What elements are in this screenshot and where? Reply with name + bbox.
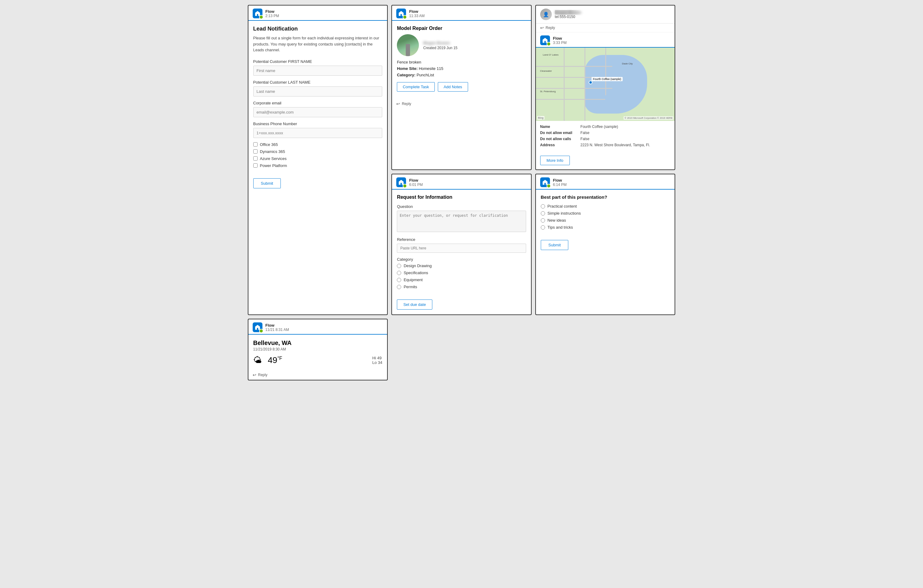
- lead-title: Lead Notification: [253, 26, 383, 32]
- radio-practical-input[interactable]: [541, 204, 545, 208]
- phone-label: Business Phone Number: [253, 121, 383, 126]
- phone-input[interactable]: [253, 128, 383, 138]
- survey-card: Flow 6:14 PM Best part of this presentat…: [535, 174, 675, 315]
- radio-specifications-input[interactable]: [397, 271, 401, 275]
- radio-equipment-input[interactable]: [397, 278, 401, 282]
- info-key-calls: Do not allow calls: [540, 137, 577, 141]
- lead-notification-card: Flow 2:13 PM Lead Notification Please fi…: [248, 5, 388, 315]
- checkbox-azure-input[interactable]: [253, 156, 258, 161]
- weather-time: 11/21 8:31 AM: [266, 328, 289, 332]
- repair-homesite: Home Site: Homesite 115: [397, 66, 526, 71]
- lead-sender: Flow: [266, 9, 279, 14]
- contact-phone: tel:555-0150: [555, 15, 581, 19]
- map-city-label-3: St. Petersburg: [540, 90, 555, 93]
- weather-header-meta: Flow 11/21 8:31 AM: [266, 323, 289, 332]
- rfi-question-label: Question: [397, 204, 526, 209]
- checkbox-office365-input[interactable]: [253, 142, 258, 147]
- weather-card-header: Flow 11/21 8:31 AM: [248, 319, 388, 334]
- repair-order-card: Flow 11:33 AM Model Repair Order Megan B…: [391, 5, 532, 170]
- info-row-email: Do not allow email False: [540, 131, 671, 135]
- map-road-v3: [605, 47, 606, 95]
- set-due-date-button[interactable]: Set due date: [397, 300, 432, 310]
- first-name-input[interactable]: [253, 66, 383, 76]
- more-info-button[interactable]: More Info: [540, 156, 570, 165]
- info-key-address: Address: [540, 143, 577, 147]
- bing-watermark: Bing: [537, 116, 544, 120]
- radio-specifications-label: Specifications: [404, 270, 428, 275]
- complete-task-button[interactable]: Complete Task: [397, 82, 435, 92]
- contact-flow-header: Flow 3:33 PM: [536, 32, 675, 47]
- lead-header-meta: Flow 2:13 PM: [266, 9, 279, 18]
- add-notes-button[interactable]: Add Notes: [438, 82, 468, 92]
- email-group: Corporate email: [253, 101, 383, 117]
- first-name-label: Potential Customer FIRST NAME: [253, 59, 383, 64]
- contact-sender: Flow: [553, 36, 567, 41]
- radio-simple: Simple instructions: [541, 211, 670, 216]
- map-copyright: © 2019 Microsoft Corporation © 2019 HERE: [624, 116, 673, 120]
- info-key-name: Name: [540, 124, 577, 129]
- contact-info-table: Name Fourth Coffee (sample) Do not allow…: [536, 121, 675, 152]
- checkbox-azure-label: Azure Services: [260, 156, 287, 161]
- repair-card-header: Flow 11:33 AM: [392, 5, 531, 21]
- radio-design-drawing-input[interactable]: [397, 264, 401, 268]
- checkbox-dynamics365-input[interactable]: [253, 149, 258, 154]
- repair-user-row: Megan Bowen Created 2019 Jun 15: [397, 34, 526, 56]
- contact-time: 3:33 PM: [553, 41, 567, 45]
- weather-date: 11/21/2019 8:30 AM: [253, 347, 383, 351]
- sun-icon: 🌤: [253, 355, 262, 365]
- info-val-email: False: [580, 131, 590, 135]
- weather-location: Bellevue, WA: [253, 339, 383, 347]
- map-city-label-2: Clearwater: [540, 70, 552, 72]
- info-key-email: Do not allow email: [540, 131, 577, 135]
- map-road-h1: [536, 66, 612, 67]
- repair-reply-row[interactable]: ↩ Reply: [392, 99, 531, 109]
- checkbox-dynamics365: Dynamics 365: [253, 149, 383, 154]
- last-name-group: Potential Customer LAST NAME: [253, 80, 383, 97]
- phone-group: Business Phone Number: [253, 121, 383, 138]
- lead-submit-button[interactable]: Submit: [253, 178, 281, 188]
- radio-practical-label: Practical content: [547, 204, 577, 208]
- contact-avatar: 👤: [540, 8, 552, 20]
- email-label: Corporate email: [253, 101, 383, 105]
- rfi-time: 6:01 PM: [409, 183, 423, 187]
- flow-icon-lead: [253, 8, 263, 18]
- radio-tips-input[interactable]: [541, 225, 545, 229]
- map-road-v2: [585, 47, 585, 121]
- info-val-calls: False: [580, 137, 590, 141]
- lead-card-header: Flow 2:13 PM: [248, 5, 388, 21]
- rfi-reference-input[interactable]: [397, 244, 526, 253]
- repair-header-meta: Flow 11:33 AM: [409, 9, 425, 18]
- last-name-input[interactable]: [253, 87, 383, 97]
- radio-permits-label: Permits: [404, 285, 417, 289]
- weather-temp: 49°F: [268, 355, 282, 365]
- weather-sender: Flow: [266, 323, 289, 328]
- checkbox-azure: Azure Services: [253, 156, 383, 161]
- weather-reply-row[interactable]: ↩ Reply: [248, 370, 388, 380]
- rfi-card-header: Flow 6:01 PM: [392, 174, 531, 190]
- rfi-question-textarea[interactable]: [397, 211, 526, 232]
- radio-permits-input[interactable]: [397, 285, 401, 289]
- contact-avatar-placeholder: 👤: [540, 8, 552, 20]
- radio-permits: Permits: [397, 285, 526, 289]
- email-input[interactable]: [253, 107, 383, 117]
- survey-sender: Flow: [553, 178, 567, 183]
- rfi-category-label: Category: [397, 257, 526, 262]
- checkbox-powerplatform-input[interactable]: [253, 163, 258, 168]
- radio-equipment: Equipment: [397, 277, 526, 282]
- radio-tips-label: Tips and tricks: [547, 225, 573, 229]
- weather-reply-arrow-icon: ↩: [253, 372, 256, 377]
- checkbox-powerplatform: Power Platform: [253, 163, 383, 168]
- lead-time: 2:13 PM: [266, 14, 279, 18]
- survey-submit-button[interactable]: Submit: [541, 240, 568, 250]
- radio-simple-input[interactable]: [541, 211, 545, 216]
- repair-created: Created 2019 Jun 15: [423, 46, 457, 50]
- radio-new-ideas-input[interactable]: [541, 218, 545, 223]
- flow-icon-survey: [540, 177, 550, 187]
- rfi-header-meta: Flow 6:01 PM: [409, 178, 423, 187]
- radio-tips: Tips and tricks: [541, 225, 670, 229]
- contact-reply-row[interactable]: ↩ Reply: [536, 23, 675, 32]
- weather-hi-lo: Hi 49 Lo 34: [373, 355, 383, 365]
- repair-time: 11:33 AM: [409, 14, 425, 18]
- radio-equipment-label: Equipment: [404, 277, 422, 282]
- weather-card: Flow 11/21 8:31 AM Bellevue, WA 11/21/20…: [248, 319, 388, 380]
